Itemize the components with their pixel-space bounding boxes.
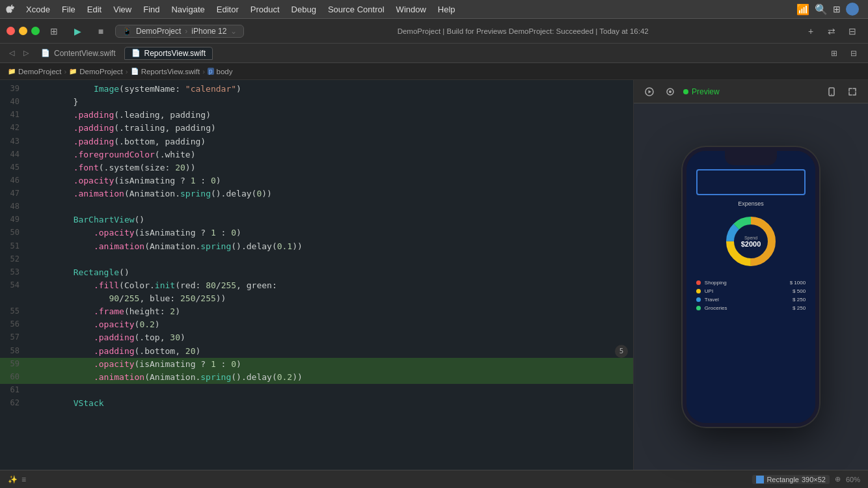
- swap-button[interactable]: ⇄: [822, 22, 841, 40]
- legend-row: Travel$ 250: [696, 297, 806, 303]
- tab-nav-left[interactable]: ◁: [5, 47, 18, 60]
- menu-xcode[interactable]: Xcode: [21, 3, 55, 16]
- structure-icon[interactable]: ≡: [21, 475, 26, 484]
- breadcrumb-item-group[interactable]: DemoProject: [79, 68, 122, 75]
- line-number: 48: [0, 200, 27, 213]
- zoom-icon[interactable]: ⊕: [835, 475, 841, 483]
- breadcrumb: 📁 DemoProject › 📁 DemoProject › 📄 Report…: [0, 63, 868, 80]
- add-button[interactable]: +: [802, 22, 820, 40]
- user-avatar[interactable]: [846, 3, 859, 16]
- code-line[interactable]: 40 }: [0, 96, 633, 109]
- wifi-icon: 📶: [796, 3, 809, 16]
- code-line[interactable]: 50 .opacity(isAnimating ? 1 : 0): [0, 226, 633, 239]
- line-content: .frame(height: 2): [27, 305, 633, 318]
- code-line[interactable]: 43 .padding(.bottom, padding): [0, 135, 633, 148]
- line-number: 41: [0, 109, 27, 122]
- breadcrumb-item-file[interactable]: ReportsView.swift: [141, 68, 200, 75]
- code-line[interactable]: 42 .padding(.trailing, padding): [0, 122, 633, 135]
- layout-button[interactable]: ⊟: [843, 22, 861, 40]
- code-line[interactable]: 39 Image(systemName: "calendar"): [0, 83, 633, 96]
- line-number: 44: [0, 148, 27, 161]
- status-left: ✨ ≡: [8, 475, 26, 484]
- menu-edit[interactable]: Edit: [82, 3, 107, 16]
- code-line[interactable]: 48: [0, 200, 633, 213]
- menu-view[interactable]: View: [108, 3, 137, 16]
- tab-reportsview[interactable]: 📄 ReportsView.swift: [124, 47, 213, 60]
- line-content: .opacity(isAnimating ? 1 : 0): [27, 174, 633, 187]
- scheme-selector[interactable]: 📱 DemoProject › iPhone 12 ⌄: [115, 25, 244, 38]
- code-line[interactable]: 61: [0, 384, 633, 397]
- code-line[interactable]: 56 .opacity(0.2): [0, 318, 633, 331]
- line-content: Rectangle(): [27, 266, 633, 279]
- line-content: .font(.system(size: 20)): [27, 161, 633, 174]
- code-line[interactable]: 55 .frame(height: 2): [0, 305, 633, 318]
- menu-find[interactable]: Find: [138, 3, 165, 16]
- preview-fullscreen-btn[interactable]: [845, 84, 860, 100]
- menu-help[interactable]: Help: [433, 3, 461, 16]
- code-line[interactable]: 62 VStack: [0, 397, 633, 410]
- window-controls: [7, 27, 40, 35]
- editor-options[interactable]: ⊞: [825, 44, 843, 62]
- build-status: DemoProject | Build for Previews DemoPro…: [249, 27, 796, 35]
- code-line[interactable]: 45 .font(.system(size: 20)): [0, 161, 633, 174]
- code-line[interactable]: 54 .fill(Color.init(red: 80/255, green:: [0, 279, 633, 292]
- breadcrumb-item-project[interactable]: DemoProject: [18, 68, 61, 75]
- element-color-swatch: [756, 476, 764, 483]
- preview-device-btn[interactable]: [824, 84, 839, 100]
- tab-label-reportsview: ReportsView.swift: [144, 49, 206, 58]
- line-number: 53: [0, 266, 27, 279]
- legend-color-dot: [696, 297, 701, 302]
- code-line[interactable]: 58 .padding(.bottom, 20)5: [0, 345, 633, 358]
- stop-button[interactable]: ■: [92, 22, 110, 40]
- code-line[interactable]: 46 .opacity(isAnimating ? 1 : 0): [0, 174, 633, 187]
- maximize-button[interactable]: [31, 27, 40, 35]
- menu-product[interactable]: Product: [245, 3, 285, 16]
- code-editor[interactable]: 39 Image(systemName: "calendar")40 }41 .…: [0, 80, 634, 470]
- menu-navigate[interactable]: Navigate: [166, 3, 210, 16]
- line-content: .padding(.top, 30): [27, 331, 633, 344]
- close-button[interactable]: [7, 27, 15, 35]
- sidebar-toggle[interactable]: ⊞: [45, 22, 63, 40]
- tab-nav-right[interactable]: ▷: [20, 47, 33, 60]
- run-button[interactable]: ▶: [68, 22, 87, 40]
- main-content: 39 Image(systemName: "calendar")40 }41 .…: [0, 80, 868, 470]
- code-line[interactable]: 41 .padding(.leading, padding): [0, 109, 633, 122]
- code-line[interactable]: 44 .foregroundColor(.white): [0, 148, 633, 161]
- code-line[interactable]: 51 .animation(Animation.spring().delay(0…: [0, 240, 633, 253]
- line-number: 49: [0, 213, 27, 226]
- code-line[interactable]: 90/255, blue: 250/255)): [0, 292, 633, 305]
- menu-source-control[interactable]: Source Control: [323, 3, 390, 16]
- menu-editor[interactable]: Editor: [211, 3, 244, 16]
- phone-notch: [725, 151, 777, 165]
- line-content: .padding(.bottom, 20): [27, 345, 633, 358]
- search-menu-icon[interactable]: 🔍: [815, 3, 828, 16]
- code-line[interactable]: 57 .padding(.top, 30): [0, 331, 633, 344]
- legend-row: UPI$ 500: [696, 288, 806, 294]
- code-line[interactable]: 52: [0, 253, 633, 266]
- tabs-bar: ◁ ▷ 📄 ContentView.swift 📄 ReportsView.sw…: [0, 44, 868, 63]
- line-content: .padding(.trailing, padding): [27, 122, 633, 135]
- control-center-icon[interactable]: ⊞: [833, 4, 841, 14]
- spend-amount: $2000: [741, 239, 761, 247]
- code-line[interactable]: 60 .animation(Animation.spring().delay(0…: [0, 371, 633, 384]
- line-number: 59: [0, 358, 27, 371]
- code-line[interactable]: 59 .opacity(isAnimating ? 1 : 0): [0, 358, 633, 371]
- minimize-button[interactable]: [19, 27, 27, 35]
- toolbar: ⊞ ▶ ■ 📱 DemoProject › iPhone 12 ⌄ DemoPr…: [0, 19, 868, 44]
- line-number: 52: [0, 253, 27, 266]
- breadcrumb-item-symbol[interactable]: body: [217, 68, 233, 75]
- auto-complete-icon[interactable]: ✨: [8, 475, 18, 484]
- preview-play-btn[interactable]: [642, 84, 657, 100]
- menu-file[interactable]: File: [57, 3, 81, 16]
- menu-debug[interactable]: Debug: [286, 3, 321, 16]
- line-number: 42: [0, 122, 27, 135]
- code-line[interactable]: 49 BarChartView(): [0, 213, 633, 226]
- code-line[interactable]: 47 .animation(Animation.spring().delay(0…: [0, 187, 633, 200]
- tab-contentview[interactable]: 📄 ContentView.swift: [34, 47, 123, 60]
- line-content: Image(systemName: "calendar"): [27, 83, 633, 96]
- preview-inspect-btn[interactable]: [662, 84, 678, 100]
- code-line[interactable]: 53 Rectangle(): [0, 266, 633, 279]
- legend-color-dot: [696, 289, 701, 293]
- split-editor[interactable]: ⊟: [845, 44, 863, 62]
- menu-window[interactable]: Window: [391, 3, 431, 16]
